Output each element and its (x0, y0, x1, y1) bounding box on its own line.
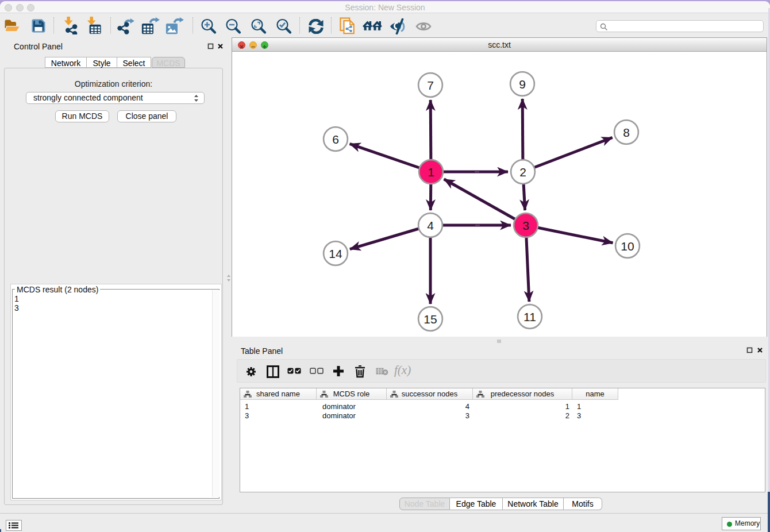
svg-text:9: 9 (519, 78, 526, 91)
svg-text:2: 2 (519, 165, 526, 179)
svg-text:6: 6 (332, 133, 339, 146)
svg-text:3: 3 (522, 219, 529, 232)
svg-text:4: 4 (427, 219, 434, 232)
svg-text:7: 7 (427, 79, 434, 92)
svg-text:8: 8 (623, 126, 630, 139)
svg-text:15: 15 (424, 313, 437, 326)
svg-text:11: 11 (523, 310, 536, 323)
svg-text:14: 14 (329, 247, 342, 260)
svg-text:10: 10 (621, 240, 634, 253)
svg-text:1: 1 (428, 165, 434, 179)
